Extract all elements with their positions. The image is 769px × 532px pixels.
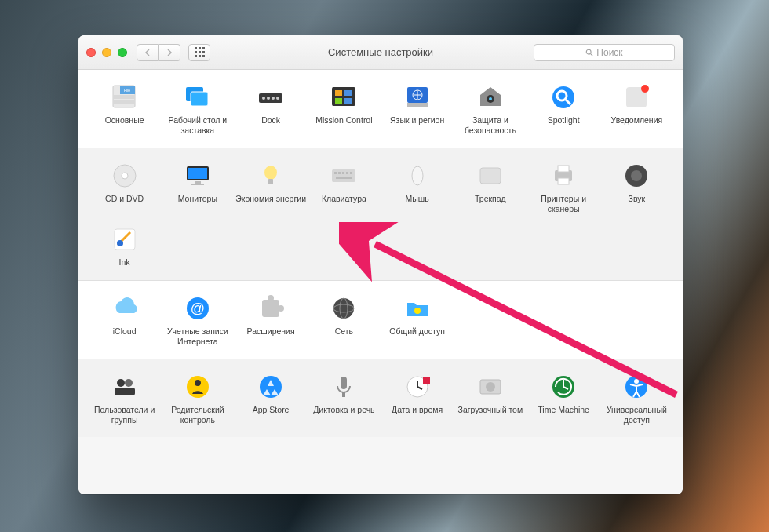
mission-icon [329,82,359,112]
close-button[interactable] [86,48,96,57]
pref-label: Экономия энергии [235,194,306,204]
pref-notifications[interactable]: Уведомления [600,81,673,137]
pref-section: CD и DVDМониторыЭкономия энергииКлавиату… [78,148,683,281]
icloud-icon [110,293,140,323]
pref-label: Трекпад [475,194,506,204]
pref-users[interactable]: Пользователи и группы [88,370,161,426]
zoom-button[interactable] [118,48,127,57]
flag-icon [403,82,432,112]
pref-label: Загрузочный том [458,405,523,415]
back-button[interactable] [137,44,159,61]
pref-label: Звук [629,194,646,204]
system-preferences-window: Системные настройки Поиск ОсновныеРабочи… [78,35,683,494]
pref-label: Язык и регион [390,115,444,126]
grid-icon [195,47,205,57]
puzzle-icon [256,293,286,323]
pref-dock[interactable]: Dock [235,81,308,137]
dock-icon [256,82,286,112]
pref-label: Универсальный доступ [600,405,673,425]
pref-section: Пользователи и группыРодительский контро… [78,359,683,437]
pref-tm[interactable]: Time Machine [527,370,600,426]
pref-ink[interactable]: Ink [88,223,161,269]
pref-label: Ink [119,257,130,268]
svg-point-86 [587,49,592,54]
pref-label: Сеть [335,326,353,337]
preference-panes: ОсновныеРабочий стол и заставкаDockMissi… [78,70,683,437]
forward-button[interactable] [159,44,180,61]
toolbar: Системные настройки Поиск [78,35,683,70]
search-icon [585,49,593,56]
pref-energy[interactable]: Экономия энергии [235,159,308,215]
display-icon [183,161,213,191]
pref-extensions[interactable]: Расширения [235,292,308,348]
pref-label: Dock [261,115,280,126]
pref-appstore[interactable]: App Store [235,370,308,426]
pref-label: Общий доступ [389,326,445,337]
pref-printers[interactable]: Принтеры и сканеры [527,159,600,215]
pref-label: Spotlight [548,115,580,126]
speaker-icon [621,161,651,191]
at-icon [183,293,213,323]
users-icon [110,372,140,402]
pref-displays[interactable]: Мониторы [161,159,234,215]
bulb-icon [256,161,286,191]
pref-spotlight[interactable]: Spotlight [527,81,600,137]
trackpad-icon [476,161,505,191]
pref-desktop[interactable]: Рабочий стол и заставка [161,81,234,137]
minimize-button[interactable] [102,48,111,57]
pref-label: Принтеры и сканеры [527,194,600,213]
desktop-icon [183,82,213,112]
pref-datetime[interactable]: Дата и время [381,370,454,426]
tm-icon [549,372,578,402]
pref-label: Уведомления [611,115,663,126]
notify-icon [621,82,651,112]
show-all-button[interactable] [188,44,210,61]
pref-language[interactable]: Язык и регион [381,81,454,137]
pref-icloud[interactable]: iCloud [88,292,161,348]
pref-label: Диктовка и речь [313,405,374,415]
pref-security[interactable]: Защита и безопасность [454,81,527,137]
pref-startup[interactable]: Загрузочный том [454,370,527,426]
pref-label: Расширения [247,326,295,337]
chevron-right-icon [166,49,173,56]
access-icon [621,372,651,402]
pref-sound[interactable]: Звук [600,159,673,215]
nav-buttons [137,44,180,61]
mic-icon [329,372,359,402]
pref-access[interactable]: Универсальный доступ [600,370,673,426]
pref-label: Мониторы [178,194,217,204]
svg-line-87 [591,53,593,56]
pref-label: Защита и безопасность [454,115,527,135]
pref-label: Мышь [406,194,429,204]
folder-icon [403,293,432,323]
pref-cddvd[interactable]: CD и DVD [88,159,161,215]
search-field[interactable]: Поиск [534,44,675,61]
pref-sharing[interactable]: Общий доступ [381,292,454,348]
chevron-left-icon [144,49,151,56]
spotlight-icon [549,82,578,112]
pref-label: Time Machine [538,405,589,415]
pref-keyboard[interactable]: Клавиатура [308,159,381,215]
pref-network[interactable]: Сеть [308,292,381,348]
pref-section: ОсновныеРабочий стол и заставкаDockMissi… [78,70,683,148]
pref-label: Дата и время [392,405,443,415]
pref-trackpad[interactable]: Трекпад [454,159,527,215]
house-icon [476,82,505,112]
pref-label: Учетные записи Интернета [161,326,234,346]
pref-label: App Store [253,405,290,415]
keyboard-icon [329,161,359,191]
pref-label: iCloud [113,326,137,337]
disc-icon [110,161,140,191]
pref-dictation[interactable]: Диктовка и речь [308,370,381,426]
pref-mission[interactable]: Mission Control [308,81,381,137]
pref-label: Родительский контроль [161,405,234,425]
pref-mouse[interactable]: Мышь [381,159,454,215]
pref-parental[interactable]: Родительский контроль [161,370,234,426]
pref-general[interactable]: Основные [88,81,161,137]
appstore-icon [256,372,286,402]
mouse-icon [403,161,432,191]
pref-label: Основные [105,115,144,126]
general-icon [110,82,140,112]
search-placeholder: Поиск [596,47,622,58]
pref-accounts[interactable]: Учетные записи Интернета [161,292,234,348]
